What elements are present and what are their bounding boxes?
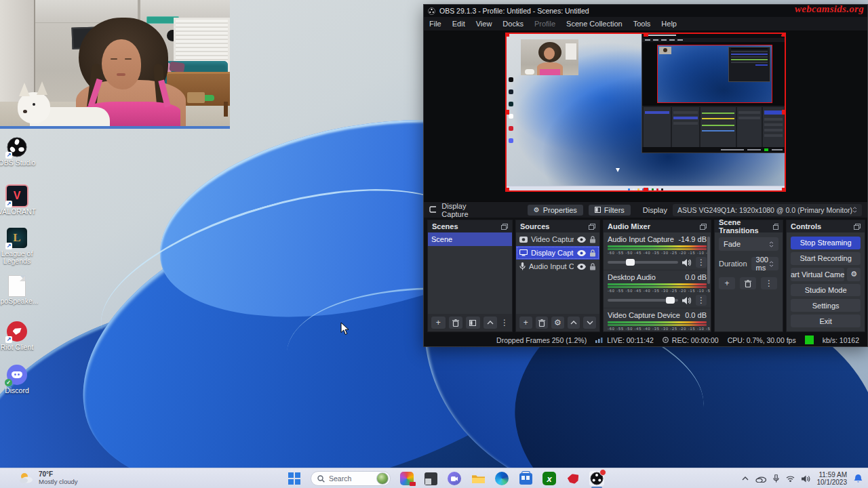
desktop-icon-valorant[interactable]: V ↗ VALORANT	[0, 186, 39, 216]
taskbar-weather[interactable]: 70°F Mostly cloudy	[19, 470, 78, 485]
channel-menu-button[interactable]: ⋮	[696, 295, 707, 306]
taskbar: 70°F Mostly cloudy Search	[0, 468, 868, 488]
transition-menu-button[interactable]: ⋮	[761, 277, 777, 289]
menu-view[interactable]: View	[471, 17, 498, 30]
volume-slider[interactable]	[608, 261, 678, 264]
source-row-audio-input[interactable]: Audio Input Cap	[516, 260, 599, 273]
taskbar-icon-teams-chat[interactable]	[447, 471, 462, 486]
taskbar-icon-store[interactable]	[518, 471, 533, 486]
selection-handle[interactable]	[505, 33, 509, 37]
selection-handle[interactable]	[782, 188, 786, 192]
popout-icon[interactable]	[589, 224, 595, 230]
spinner-arrows-icon[interactable]	[769, 261, 774, 267]
duration-spinbox[interactable]: 300 ms	[751, 257, 778, 270]
settings-button[interactable]: Settings	[791, 299, 861, 312]
eye-icon[interactable]	[577, 237, 586, 243]
weather-desc: Mostly cloudy	[39, 478, 78, 485]
lock-icon[interactable]	[589, 263, 596, 270]
menu-help[interactable]: Help	[656, 17, 682, 30]
source-move-down-button[interactable]	[583, 317, 596, 329]
menu-tools[interactable]: Tools	[628, 17, 656, 30]
popout-icon[interactable]	[854, 224, 861, 230]
display-dropdown[interactable]: ASUS VG249Q1A: 1920x1080 @ 0.0 (Primary …	[673, 204, 862, 216]
exit-button[interactable]: Exit	[791, 314, 861, 327]
remove-transition-button[interactable]	[740, 277, 756, 289]
add-source-button[interactable]: +	[519, 317, 532, 329]
volume-meter	[608, 245, 707, 247]
menu-docks[interactable]: Docks	[497, 17, 529, 30]
monitor-icon	[519, 249, 528, 256]
selection-handle[interactable]	[505, 188, 509, 192]
transition-select[interactable]: Fade	[719, 237, 778, 251]
eye-icon[interactable]	[577, 264, 586, 270]
selection-handle[interactable]	[644, 33, 648, 37]
db-value: 0.0 dB	[685, 273, 707, 281]
popout-icon[interactable]	[773, 224, 778, 230]
search-box[interactable]: Search	[311, 471, 391, 486]
taskbar-icon-photos[interactable]	[399, 471, 414, 486]
mixer-scrollbar[interactable]	[707, 237, 710, 284]
taskbar-icon-obs[interactable]	[589, 471, 604, 486]
taskbar-icon-dark-app[interactable]	[423, 471, 438, 486]
selection-handle[interactable]	[782, 33, 786, 37]
selection-handle[interactable]	[505, 110, 509, 115]
properties-button[interactable]: ⚙ Properties	[528, 205, 583, 216]
start-virtual-camera-button[interactable]: art Virtual Came	[791, 268, 844, 281]
start-button[interactable]	[287, 471, 302, 486]
menu-file[interactable]: File	[424, 17, 447, 30]
volume-slider[interactable]	[608, 299, 678, 302]
display-label: Display	[643, 206, 667, 214]
speaker-icon[interactable]	[682, 297, 692, 304]
speaker-icon[interactable]	[682, 259, 692, 266]
search-highlights-image[interactable]	[376, 472, 389, 485]
tray-mic-icon[interactable]	[773, 474, 779, 483]
desktop-icon-discord[interactable]: ✓ Discord	[0, 365, 39, 394]
dog-ear-right	[37, 81, 47, 95]
start-recording-button[interactable]: Start Recording	[791, 252, 861, 265]
eye-icon[interactable]	[577, 250, 586, 256]
taskbar-icon-xbox[interactable]: x	[542, 471, 557, 486]
menu-scene-collection[interactable]: Scene Collection	[561, 17, 628, 30]
taskbar-icon-file-explorer[interactable]	[471, 471, 486, 486]
wifi-icon[interactable]	[786, 475, 795, 482]
add-transition-button[interactable]: +	[719, 277, 735, 289]
popout-icon[interactable]	[700, 224, 707, 230]
stop-streaming-button[interactable]: Stop Streaming	[791, 237, 861, 249]
notification-bell-icon[interactable]	[854, 474, 863, 483]
lock-icon[interactable]	[589, 249, 596, 257]
onedrive-icon[interactable]	[755, 475, 766, 483]
scene-item[interactable]: Scene	[428, 232, 512, 246]
tray-chevron-icon[interactable]	[742, 476, 749, 481]
studio-mode-button[interactable]: Studio Mode	[791, 284, 861, 297]
channel-menu-button[interactable]: ⋮	[696, 257, 707, 268]
preview-canvas[interactable]	[505, 33, 786, 192]
popout-icon[interactable]	[501, 224, 508, 230]
display-capture-icon	[429, 206, 436, 214]
scene-move-up-button[interactable]	[484, 317, 498, 329]
tray-clock[interactable]: 11:59 AM 10/1/2023	[817, 471, 848, 486]
filters-button[interactable]: Filters	[589, 205, 631, 216]
desktop-icon-apospeake[interactable]: ApoSpeake...	[0, 275, 39, 305]
source-move-up-button[interactable]	[568, 317, 580, 329]
source-row-video-capture[interactable]: Video Capture D	[516, 232, 599, 246]
remove-scene-button[interactable]	[449, 317, 463, 329]
desktop-icon-riot-client[interactable]: ↗ Riot Client	[0, 321, 39, 351]
desktop-icon-obs-studio[interactable]: ↗ OBS Studio	[0, 137, 39, 167]
virtual-camera-settings-button[interactable]: ⚙	[847, 268, 861, 281]
scenes-menu-button[interactable]: ⋮	[500, 318, 509, 327]
menu-edit[interactable]: Edit	[447, 17, 471, 30]
scene-filters-button[interactable]	[466, 317, 480, 329]
selection-handle[interactable]	[782, 110, 786, 115]
volume-icon[interactable]	[802, 475, 810, 483]
taskbar-icon-edge[interactable]	[494, 471, 509, 486]
volume-meter	[608, 321, 707, 323]
source-properties-button[interactable]: ⚙	[551, 317, 564, 329]
menu-profile[interactable]: Profile	[529, 17, 561, 30]
source-row-display-capture[interactable]: Display Capture	[516, 246, 599, 260]
lock-icon[interactable]	[589, 236, 596, 243]
selection-handle[interactable]	[644, 188, 648, 192]
remove-source-button[interactable]	[536, 317, 549, 329]
taskbar-icon-red-app[interactable]	[566, 471, 580, 486]
desktop-icon-league-of-legends[interactable]: L ↗ League of Legends	[0, 228, 39, 265]
add-scene-button[interactable]: +	[431, 317, 446, 329]
